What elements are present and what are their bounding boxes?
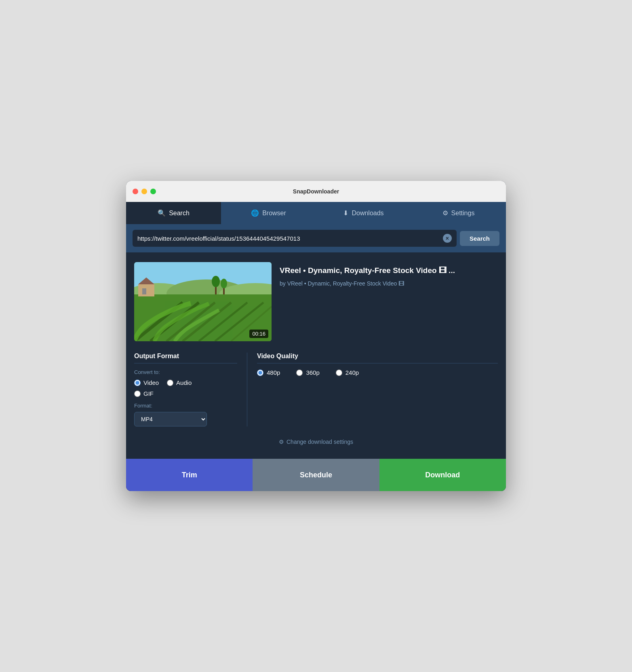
quality-options: 480p 360p 240p bbox=[257, 369, 498, 376]
downloads-tab-icon: ⬇ bbox=[343, 209, 348, 217]
close-button[interactable] bbox=[133, 189, 138, 194]
clear-button[interactable]: × bbox=[443, 234, 452, 243]
output-format-label: Output Format bbox=[134, 353, 237, 363]
video-info: 00:16 VReel • Dynamic, Royalty-Free Stoc… bbox=[134, 262, 498, 341]
title-bar: SnapDownloader bbox=[126, 181, 506, 202]
tab-downloads-label: Downloads bbox=[352, 210, 383, 217]
quality-240p[interactable]: 240p bbox=[336, 369, 359, 376]
tab-settings[interactable]: ⚙ Settings bbox=[411, 202, 506, 224]
quality-360p[interactable]: 360p bbox=[296, 369, 319, 376]
app-window: SnapDownloader 🔍 Search 🌐 Browser ⬇ Down… bbox=[126, 181, 506, 491]
change-download-settings-link[interactable]: ⚙ Change download settings bbox=[134, 426, 498, 449]
convert-type-group: Video Audio bbox=[134, 379, 237, 386]
search-bar: × Search bbox=[126, 224, 506, 252]
tab-search-label: Search bbox=[169, 210, 190, 217]
radio-gif-label: GIF bbox=[143, 390, 154, 397]
video-duration: 00:16 bbox=[249, 330, 268, 338]
settings-link-text: Change download settings bbox=[287, 439, 353, 445]
svg-rect-7 bbox=[142, 288, 146, 294]
quality-480p-input[interactable] bbox=[257, 370, 263, 376]
radio-gif[interactable]: GIF bbox=[134, 390, 154, 397]
svg-point-11 bbox=[221, 279, 227, 288]
convert-to-label: Convert to: bbox=[134, 369, 237, 375]
tab-settings-label: Settings bbox=[451, 210, 475, 217]
schedule-button[interactable]: Schedule bbox=[253, 459, 379, 491]
video-meta: VReel • Dynamic, Royalty-Free Stock Vide… bbox=[280, 262, 498, 341]
gif-radio-group: GIF bbox=[134, 390, 237, 397]
radio-audio-input[interactable] bbox=[167, 380, 173, 386]
tab-browser[interactable]: 🌐 Browser bbox=[221, 202, 316, 224]
url-input[interactable] bbox=[137, 235, 440, 242]
minimize-button[interactable] bbox=[141, 189, 147, 194]
thumbnail-wrapper: 00:16 bbox=[134, 262, 272, 341]
output-format-panel: Output Format Convert to: Video Audio bbox=[134, 353, 247, 426]
search-tab-icon: 🔍 bbox=[158, 209, 166, 217]
quality-360p-label: 360p bbox=[306, 369, 319, 376]
browser-tab-icon: 🌐 bbox=[251, 209, 259, 217]
video-author: by VReel • Dynamic, Royalty-Free Stock V… bbox=[280, 280, 498, 287]
url-input-wrapper: × bbox=[133, 230, 457, 247]
radio-video-input[interactable] bbox=[134, 380, 141, 386]
format-label: Format: bbox=[134, 403, 237, 409]
quality-240p-label: 240p bbox=[345, 369, 359, 376]
quality-360p-input[interactable] bbox=[296, 370, 303, 376]
window-title: SnapDownloader bbox=[293, 188, 339, 195]
options-section: Output Format Convert to: Video Audio bbox=[134, 353, 498, 426]
bottom-bar: Trim Schedule Download bbox=[126, 459, 506, 491]
download-button[interactable]: Download bbox=[379, 459, 506, 491]
main-content: 00:16 VReel • Dynamic, Royalty-Free Stoc… bbox=[126, 252, 506, 459]
quality-480p-label: 480p bbox=[267, 369, 280, 376]
maximize-button[interactable] bbox=[150, 189, 156, 194]
radio-audio[interactable]: Audio bbox=[167, 379, 192, 386]
tab-search[interactable]: 🔍 Search bbox=[126, 202, 221, 224]
video-quality-panel: Video Quality 480p 360p 240p bbox=[247, 353, 498, 426]
format-select[interactable]: MP4 MKV AVI MOV WebM bbox=[134, 412, 207, 426]
radio-gif-input[interactable] bbox=[134, 391, 141, 397]
radio-video-label: Video bbox=[143, 379, 159, 386]
radio-audio-label: Audio bbox=[176, 379, 192, 386]
svg-point-9 bbox=[212, 276, 220, 287]
video-quality-label: Video Quality bbox=[257, 353, 498, 363]
gear-icon: ⚙ bbox=[279, 439, 284, 445]
tab-browser-label: Browser bbox=[262, 210, 286, 217]
traffic-lights bbox=[133, 189, 156, 194]
radio-video[interactable]: Video bbox=[134, 379, 159, 386]
trim-button[interactable]: Trim bbox=[126, 459, 253, 491]
quality-240p-input[interactable] bbox=[336, 370, 342, 376]
nav-tabs: 🔍 Search 🌐 Browser ⬇ Downloads ⚙ Setting… bbox=[126, 202, 506, 224]
tab-downloads[interactable]: ⬇ Downloads bbox=[316, 202, 411, 224]
video-title: VReel • Dynamic, Royalty-Free Stock Vide… bbox=[280, 265, 498, 276]
search-button[interactable]: Search bbox=[460, 231, 499, 246]
settings-tab-icon: ⚙ bbox=[442, 209, 448, 217]
quality-480p[interactable]: 480p bbox=[257, 369, 280, 376]
